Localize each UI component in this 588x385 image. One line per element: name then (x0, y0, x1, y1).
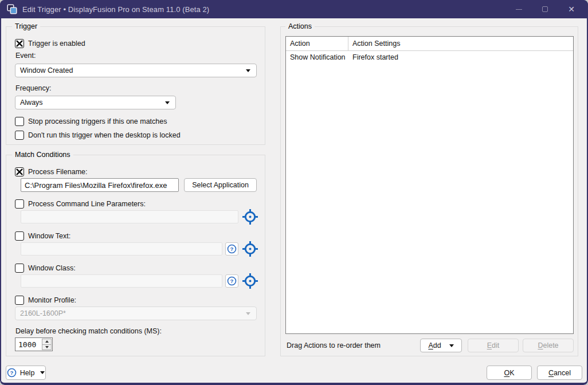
monitor-profile-label: Monitor Profile: (28, 296, 76, 304)
window-text-checkbox[interactable] (15, 231, 24, 241)
svg-text:?: ? (10, 370, 13, 376)
cancel-button[interactable]: Cancel (537, 366, 582, 380)
action-cell: Show Notification (286, 51, 348, 64)
event-selected-value: Window Created (20, 66, 73, 74)
question-mark-icon: ? (227, 244, 237, 254)
add-button-label: Add (428, 341, 441, 349)
add-action-button[interactable]: Add (420, 339, 462, 352)
close-button[interactable]: ✕ (558, 0, 585, 18)
window-text-label: Window Text: (28, 232, 70, 240)
actions-table-header: Action Action Settings (286, 37, 573, 51)
help-question-icon: ? (7, 368, 17, 378)
trigger-enabled-label: Trigger is enabled (28, 40, 85, 48)
process-cmdline-row: Process Command Line Parameters: (15, 199, 146, 209)
stop-processing-row: Stop processing triggers if this one mat… (15, 116, 167, 126)
spin-down-button[interactable] (42, 344, 52, 351)
frequency-select[interactable]: Always (15, 96, 176, 109)
stop-processing-label: Stop processing triggers if this one mat… (28, 117, 167, 125)
trigger-enabled-row: Trigger is enabled (15, 38, 85, 48)
maximize-icon (542, 6, 548, 12)
trigger-enabled-checkbox[interactable] (15, 39, 24, 48)
window-class-help-button[interactable]: ? (225, 274, 238, 288)
title-bar: Edit Trigger • DisplayFusion Pro on Stea… (0, 0, 588, 18)
actions-table: Action Action Settings Show Notification… (285, 36, 574, 334)
edit-button-label: Edit (487, 341, 500, 349)
question-mark-icon: ? (227, 276, 237, 286)
actions-group-label: Actions (285, 22, 315, 30)
minimize-button[interactable] (505, 0, 532, 18)
checkmark-x-icon (16, 40, 23, 47)
help-button-label: Help (20, 369, 35, 377)
edit-action-button: Edit (468, 339, 519, 352)
checkmark-x-icon (16, 168, 23, 175)
process-cmdline-label: Process Command Line Parameters: (28, 200, 146, 208)
event-select[interactable]: Window Created (15, 64, 257, 77)
window-text-help-button[interactable]: ? (225, 242, 238, 256)
process-cmdline-checkbox[interactable] (15, 199, 24, 209)
stop-processing-checkbox[interactable] (15, 117, 24, 126)
delete-button-label: Delete (538, 341, 558, 349)
window-controls: ✕ (505, 0, 585, 18)
window-class-input (21, 274, 222, 288)
cancel-button-label: Cancel (548, 369, 571, 377)
window-target-crosshair-icon[interactable] (242, 209, 258, 225)
table-row[interactable]: Show Notification Firefox started (286, 51, 573, 64)
process-cmdline-input (21, 210, 238, 223)
column-header-action[interactable]: Action (286, 37, 348, 50)
dont-run-locked-checkbox[interactable] (15, 131, 24, 140)
ok-button[interactable]: OK (487, 366, 532, 380)
process-filename-input[interactable]: C:\Program Files\Mozilla Firefox\firefox… (21, 178, 179, 192)
delay-value: 1000 (18, 340, 36, 349)
process-filename-checkbox[interactable] (15, 167, 24, 176)
displayfusion-app-icon (7, 4, 17, 14)
svg-text:?: ? (230, 246, 234, 252)
column-header-action-settings[interactable]: Action Settings (348, 37, 573, 50)
close-icon: ✕ (568, 5, 575, 13)
process-filename-row: Process Filename: (15, 167, 88, 176)
dont-run-locked-label: Don't run this trigger when the desktop … (28, 131, 181, 139)
action-settings-cell: Firefox started (348, 51, 573, 64)
process-filename-label: Process Filename: (28, 168, 88, 176)
delay-spinner[interactable]: 1000 (15, 337, 53, 351)
arrow-down-icon (45, 346, 49, 348)
monitor-profile-select: 2160L-1600P* (15, 307, 257, 320)
chevron-down-icon (246, 312, 250, 315)
help-button[interactable]: ? Help (6, 366, 46, 380)
frequency-label: Frequency: (15, 84, 52, 93)
window-text-input (21, 242, 222, 256)
ok-button-label: OK (504, 369, 514, 377)
edit-trigger-dialog: Edit Trigger • DisplayFusion Pro on Stea… (0, 0, 588, 385)
monitor-profile-row: Monitor Profile: (15, 295, 76, 305)
select-application-button[interactable]: Select Application (184, 178, 257, 192)
event-label: Event: (15, 51, 36, 60)
window-class-checkbox[interactable] (15, 264, 24, 273)
drag-hint-label: Drag Actions to re-order them (287, 341, 381, 350)
window-text-row: Window Text: (15, 231, 70, 241)
window-class-row: Window Class: (15, 263, 76, 273)
monitor-profile-selected-value: 2160L-1600P* (20, 309, 66, 317)
frequency-selected-value: Always (20, 99, 43, 107)
trigger-group-label: Trigger (12, 22, 40, 30)
select-application-label: Select Application (192, 181, 249, 189)
window-title: Edit Trigger • DisplayFusion Pro on Stea… (22, 5, 209, 14)
arrow-up-icon (45, 340, 49, 343)
chevron-down-icon (165, 101, 170, 104)
window-target-crosshair-icon[interactable] (242, 241, 258, 257)
delay-label: Delay before checking match conditions (… (15, 327, 162, 336)
match-conditions-group-label: Match Conditions (12, 151, 73, 159)
delete-action-button: Delete (523, 339, 574, 352)
maximize-button[interactable] (532, 0, 558, 18)
chevron-down-icon (449, 344, 454, 347)
window-class-label: Window Class: (28, 264, 76, 272)
spinner-buttons (42, 339, 52, 350)
window-target-crosshair-icon[interactable] (242, 273, 258, 289)
dont-run-locked-row: Don't run this trigger when the desktop … (15, 130, 181, 140)
svg-text:?: ? (230, 278, 234, 284)
minimize-icon (516, 9, 522, 10)
chevron-down-icon (246, 69, 250, 72)
chevron-down-icon (40, 371, 45, 374)
monitor-profile-checkbox[interactable] (15, 296, 24, 305)
